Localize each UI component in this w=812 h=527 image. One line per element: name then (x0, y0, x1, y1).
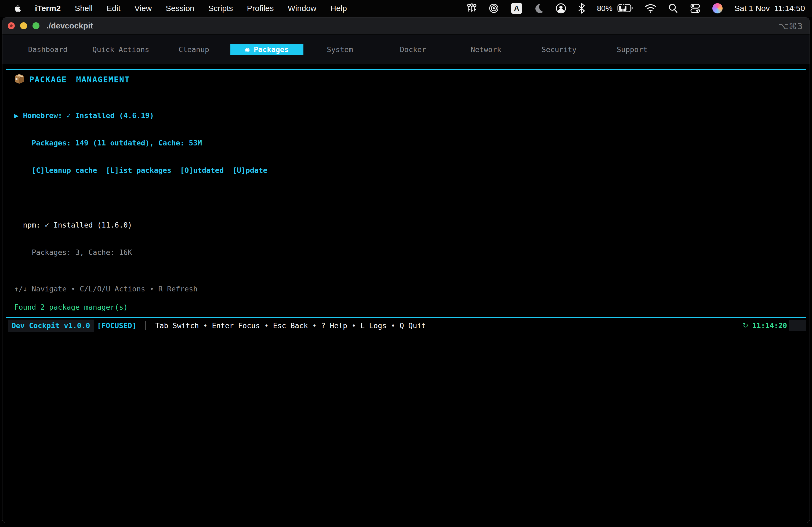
homebrew-actions-line[interactable]: [C]leanup cache [L]ist packages [O]utdat… (14, 166, 806, 175)
status-bar: Dev Cockpit v1.0.0 [FOCUSED] Tab Switch … (6, 318, 806, 333)
zoom-button[interactable] (32, 22, 40, 29)
panel-title: PACKAGE MANAGEMENT (29, 75, 130, 84)
npm-packages-line: Packages: 3, Cache: 16K (14, 248, 806, 257)
macos-menu-bar: iTerm2 Shell Edit View Session Scripts P… (0, 0, 812, 17)
close-button[interactable] (8, 22, 15, 29)
tab-packages[interactable]: ◉Packages (230, 44, 303, 55)
focus-badge: [FOCUSED] (97, 321, 136, 330)
menu-item-session[interactable]: Session (166, 4, 194, 13)
tab-network[interactable]: Network (450, 35, 523, 64)
window-titlebar[interactable]: ./devcockpit ⌥⌘3 (2, 17, 810, 35)
menu-item-scripts[interactable]: Scripts (208, 4, 233, 13)
tui-tab-bar: Dashboard Quick Actions Cleanup ◉Package… (2, 35, 810, 64)
package-icon (14, 74, 25, 85)
status-keybind-hints: Tab Switch • Enter Focus • Esc Back • ? … (155, 321, 426, 330)
npm-status-line[interactable]: npm: ✓ Installed (11.6.0) (14, 221, 806, 230)
moon-icon[interactable] (534, 3, 544, 13)
tab-quick-actions[interactable]: Quick Actions (84, 35, 157, 64)
app-circle-icon[interactable] (712, 3, 723, 13)
status-clock: 11:14:20 (752, 321, 787, 330)
airplay-circles-icon[interactable] (489, 3, 499, 14)
keys-icon[interactable] (467, 3, 477, 13)
menu-bar-clock[interactable]: Sat 1 Nov 11:14:50 (735, 4, 805, 13)
menu-item-view[interactable]: View (134, 4, 152, 13)
homebrew-packages-line: Packages: 149 (11 outdated), Cache: 53M (14, 138, 806, 148)
tab-security[interactable]: Security (523, 35, 596, 64)
menu-app-name[interactable]: iTerm2 (35, 4, 61, 13)
minimize-button[interactable] (20, 22, 27, 29)
wifi-icon[interactable] (645, 3, 656, 13)
panel-top-border (6, 69, 806, 70)
battery-charging-icon[interactable] (617, 3, 633, 14)
tab-docker[interactable]: Docker (376, 35, 450, 64)
tab-dashboard[interactable]: Dashboard (11, 35, 84, 64)
apple-menu-icon[interactable] (14, 4, 21, 12)
menu-item-edit[interactable]: Edit (106, 4, 120, 13)
window-title: ./devcockpit (46, 21, 93, 30)
menu-item-shell[interactable]: Shell (75, 4, 93, 13)
status-separator (146, 321, 146, 330)
npm-entry[interactable]: npm: ✓ Installed (11.6.0) Packages: 3, C… (14, 202, 806, 275)
navigation-hints: ↑/↓ Navigate • C/L/O/U Actions • R Refre… (14, 284, 806, 293)
tab-system[interactable]: System (303, 35, 376, 64)
tab-packages-label: Packages (254, 45, 289, 54)
bluetooth-icon[interactable] (578, 3, 585, 14)
menu-item-window[interactable]: Window (288, 4, 317, 13)
iterm2-window: ./devcockpit ⌥⌘3 Dashboard Quick Actions… (2, 17, 810, 523)
menu-item-help[interactable]: Help (330, 4, 347, 13)
user-account-icon[interactable] (555, 3, 566, 14)
control-center-icon[interactable] (690, 3, 700, 14)
refresh-icon: ↻ (743, 322, 748, 330)
tab-support[interactable]: Support (596, 35, 669, 64)
summary-line: Found 2 package manager(s) (14, 303, 806, 312)
app-version-badge: Dev Cockpit v1.0.0 (8, 320, 94, 332)
battery-percent: 80% (597, 4, 612, 13)
homebrew-entry[interactable]: ▶ Homebrew: ✓ Installed (4.6.19) Package… (14, 93, 806, 193)
tab-cleanup[interactable]: Cleanup (157, 35, 230, 64)
menu-item-profiles[interactable]: Profiles (247, 4, 274, 13)
window-shortcut-badge: ⌥⌘3 (779, 21, 802, 31)
status-end-segment (789, 320, 806, 331)
spotlight-search-icon[interactable] (668, 3, 678, 13)
homebrew-status-line[interactable]: ▶ Homebrew: ✓ Installed (4.6.19) (14, 111, 806, 120)
a-badge-icon[interactable]: A (511, 3, 522, 14)
panel-heading: PACKAGE MANAGEMENT (14, 74, 806, 85)
terminal-content: PACKAGE MANAGEMENT ▶ Homebrew: ✓ Install… (2, 69, 810, 523)
active-tab-dot-icon: ◉ (245, 45, 249, 54)
